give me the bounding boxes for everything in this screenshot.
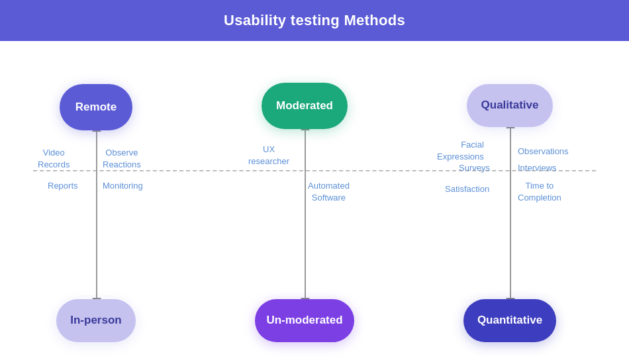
label-ux-researcher: UX researcher xyxy=(248,144,289,167)
label-time-to-completion: Time to Completion xyxy=(518,180,561,204)
label-facial-expressions: Facial Expressions xyxy=(437,139,484,163)
label-satisfaction: Satisfaction xyxy=(445,183,489,195)
label-observations: Observations xyxy=(518,146,569,158)
arrow-remote-inperson xyxy=(96,130,97,299)
label-observe-reactions: Observe Reactions xyxy=(103,147,141,171)
node-unmoderated: Un-moderated xyxy=(255,299,354,342)
node-moderated: Moderated xyxy=(262,83,348,129)
label-video-records: Video Records xyxy=(38,147,70,171)
label-surveys: Surveys xyxy=(459,162,490,174)
label-reports: Reports xyxy=(48,180,78,192)
node-quantitative: Quantitative xyxy=(463,299,556,342)
label-monitoring: Monitoring xyxy=(103,180,143,192)
label-interviews: Interviews xyxy=(518,162,557,174)
arrow-moderated-unmoderated xyxy=(305,129,306,299)
label-automated-software: Automated Software xyxy=(308,180,350,204)
page-title: Usability testing Methods xyxy=(0,12,629,29)
arrow-qualitative-quantitative xyxy=(510,127,511,299)
node-inperson: In-person xyxy=(56,299,136,342)
main-diagram: Remote In-person Video Records Observe R… xyxy=(0,41,629,359)
page-header: Usability testing Methods xyxy=(0,0,629,41)
node-remote: Remote xyxy=(60,84,132,130)
node-qualitative: Qualitative xyxy=(467,84,553,127)
